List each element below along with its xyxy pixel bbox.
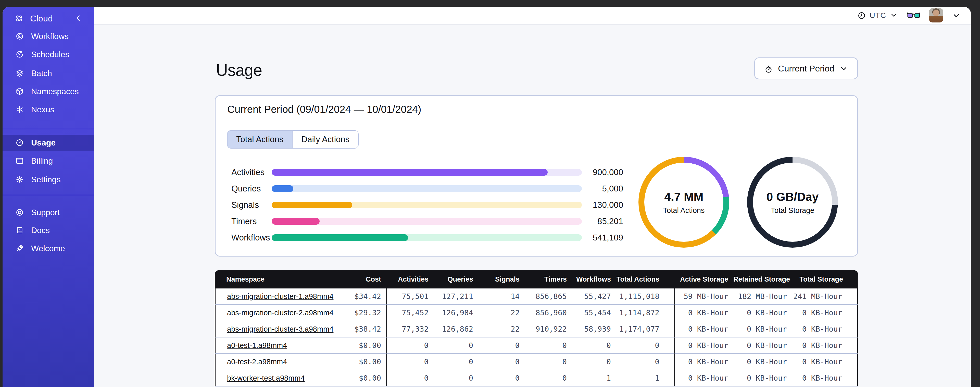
bar-row-workflows: Workflows 541,109 <box>228 229 624 246</box>
temporal-cloud-logo-icon <box>15 14 24 23</box>
period-select-button[interactable]: Current Period <box>754 58 858 79</box>
bar-track <box>272 201 582 208</box>
chevron-down-icon <box>890 11 898 20</box>
bar-track <box>272 218 582 225</box>
stopwatch-icon <box>764 64 773 73</box>
col-signals: Signals <box>478 270 525 288</box>
chevron-down-icon <box>840 64 848 73</box>
docs-book-icon <box>15 226 24 235</box>
usage-summary-card: Current Period (09/01/2024 — 10/01/2024)… <box>215 95 858 257</box>
sidebar-item-batch[interactable]: Batch <box>3 65 94 82</box>
billing-card-icon <box>15 157 24 165</box>
main-content: Usage Current Period Current Period (09/… <box>94 24 971 387</box>
period-select-label: Current Period <box>778 64 834 74</box>
actions-view-tabs: Total Actions Daily Actions <box>227 130 359 149</box>
sidebar-divider <box>3 195 94 195</box>
sidebar-item-billing[interactable]: Billing <box>3 153 94 169</box>
table-row: bk-worker-test.a98mm4 $0.00 0 0 0 0 1 1 … <box>215 370 858 387</box>
usage-card-title: Current Period (09/01/2024 — 10/01/2024) <box>227 104 422 115</box>
sidebar-item-nexus[interactable]: Nexus <box>3 101 94 118</box>
total-storage-donut-center: 0 GB/Day Total Storage <box>753 163 832 242</box>
sidebar-item-settings[interactable]: Settings <box>3 171 94 188</box>
schedules-icon <box>15 50 24 59</box>
namespaces-cube-icon <box>15 87 24 96</box>
table-row: a0-test-2.a98mm4 $0.00 0 0 0 0 0 0 0 KB-… <box>215 354 858 370</box>
namespace-link[interactable]: abs-migration-cluster-2.a98mm4 <box>227 309 333 317</box>
total-actions-donut: 4.7 MM Total Actions <box>638 157 729 248</box>
table-row: abs-migration-cluster-3.a98mm4 $38.42 77… <box>215 321 858 337</box>
namespace-link[interactable]: a0-test-1.a98mm4 <box>227 341 287 349</box>
tab-daily-actions[interactable]: Daily Actions <box>293 131 358 148</box>
bar-row-signals: Signals 130,000 <box>228 197 624 213</box>
sidebar-collapse-button[interactable] <box>74 14 83 22</box>
col-queries: Queries <box>434 270 478 288</box>
app-window: Cloud Workflows Schedules <box>3 6 971 387</box>
sidebar-divider <box>3 129 94 129</box>
table-row: abs-migration-cluster-1.a98mm4 $34.42 75… <box>215 288 858 305</box>
sidebar-item-workflows[interactable]: Workflows <box>3 28 94 45</box>
bar-track <box>272 186 582 192</box>
batch-layers-icon <box>15 69 24 78</box>
settings-gear-icon <box>15 175 24 184</box>
namespace-link[interactable]: abs-migration-cluster-1.a98mm4 <box>227 292 333 301</box>
bar-track <box>272 169 582 176</box>
table-header-row: Namespace Cost Activities Queries Signal… <box>215 270 858 288</box>
col-active-storage: Active Storage <box>674 270 733 288</box>
table-row: a0-test-1.a98mm4 $0.00 0 0 0 0 0 0 0 KB-… <box>215 337 858 354</box>
sidebar-item-support[interactable]: Support <box>3 204 94 221</box>
bar-fill <box>272 218 320 225</box>
timezone-selector[interactable]: UTC <box>857 11 898 20</box>
col-timers: Timers <box>525 270 572 288</box>
bar-row-timers: Timers 85,201 <box>228 213 624 229</box>
col-total-actions: Total Actions <box>616 270 674 288</box>
col-total-storage: Total Storage <box>791 270 858 288</box>
bar-fill <box>272 234 408 241</box>
total-storage-donut: 0 GB/Day Total Storage <box>747 157 838 248</box>
sidebar-item-namespaces[interactable]: Namespaces <box>3 83 94 99</box>
col-activities: Activities <box>386 270 434 288</box>
usage-gauge-icon <box>15 138 24 147</box>
namespace-link[interactable]: bk-worker-test.a98mm4 <box>227 374 305 382</box>
bar-track <box>272 234 582 241</box>
sidebar-item-usage[interactable]: Usage <box>3 135 94 150</box>
namespace-link[interactable]: abs-migration-cluster-3.a98mm4 <box>227 325 333 333</box>
timezone-value: UTC <box>870 11 886 20</box>
total-actions-donut-center: 4.7 MM Total Actions <box>644 163 723 242</box>
topbar: UTC <box>94 6 971 24</box>
sidebar-item-welcome[interactable]: Welcome <box>3 240 94 257</box>
sidebar: Cloud Workflows Schedules <box>3 6 94 387</box>
user-avatar[interactable] <box>929 8 943 22</box>
col-retained-storage: Retained Storage <box>733 270 791 288</box>
sidebar-item-docs[interactable]: Docs <box>3 222 94 238</box>
col-workflows: Workflows <box>572 270 616 288</box>
bar-row-activities: Activities 900,000 <box>228 164 624 181</box>
support-lifebuoy-icon <box>15 208 24 217</box>
namespace-usage-table: Namespace Cost Activities Queries Signal… <box>215 270 858 387</box>
sidebar-item-schedules[interactable]: Schedules <box>3 46 94 62</box>
bar-fill <box>272 169 548 176</box>
labs-glasses-icon[interactable] <box>907 10 920 21</box>
bar-fill <box>272 201 352 208</box>
actions-bar-chart: Activities 900,000 Queries 5,000 Signals… <box>228 164 624 246</box>
nexus-asterisk-icon <box>15 105 24 114</box>
page-title: Usage <box>216 61 262 80</box>
clock-icon <box>857 11 866 20</box>
bar-row-queries: Queries 5,000 <box>228 181 624 197</box>
namespace-link[interactable]: a0-test-2.a98mm4 <box>227 358 287 366</box>
table-row: abs-migration-cluster-2.a98mm4 $29.32 75… <box>215 305 858 321</box>
bar-fill <box>272 186 293 192</box>
col-cost: Cost <box>337 270 386 288</box>
welcome-rocket-icon <box>15 244 24 253</box>
sidebar-brand: Cloud <box>3 10 94 27</box>
tab-total-actions[interactable]: Total Actions <box>228 131 293 148</box>
desktop-background: Cloud Workflows Schedules <box>0 0 980 387</box>
workflows-icon <box>15 32 24 41</box>
sidebar-brand-label: Cloud <box>30 14 53 24</box>
col-namespace: Namespace <box>215 270 337 288</box>
account-menu-chevron-icon[interactable] <box>952 11 961 20</box>
